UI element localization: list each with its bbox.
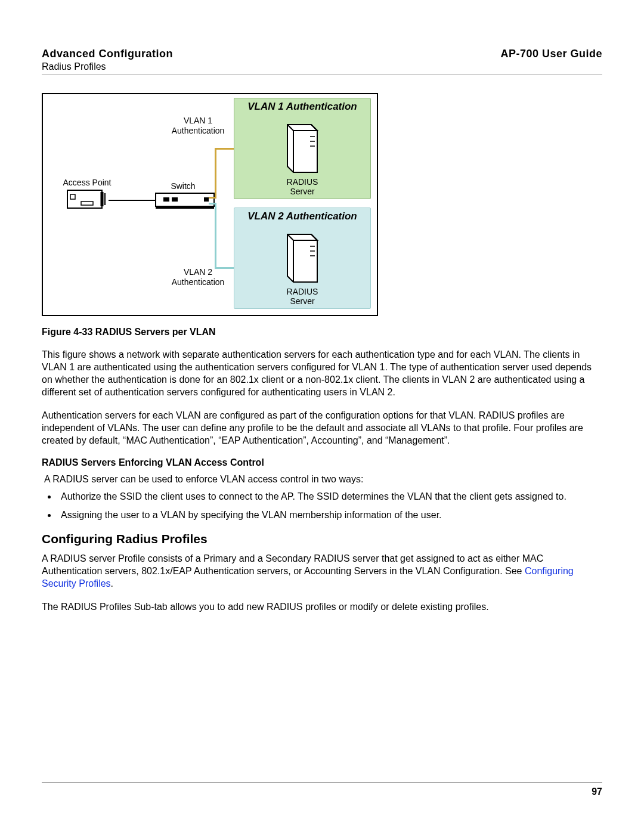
wire-vlan1 [215,148,216,199]
server-text: Server [290,296,314,306]
paragraph: A RADIUS server can be used to enforce V… [44,473,602,485]
wire-vlan2 [215,267,234,269]
paragraph: A RADIUS server Profile consists of a Pr… [42,552,602,590]
page-footer: 97 [42,782,602,797]
svg-rect-16 [156,206,214,209]
header-left: Advanced Configuration Radius Profiles [42,48,173,72]
wire-ap-switch [109,200,155,201]
list-item: Assigning the user to a VLAN by specifyi… [57,509,602,521]
wire-vlan2 [215,203,216,268]
paragraph: Authentication servers for each VLAN are… [42,409,602,447]
access-point-icon [67,190,109,211]
vlan2-line2: Authentication [172,277,225,287]
text: A RADIUS server Profile consists of a Pr… [42,553,543,576]
section-title: Radius Profiles [42,61,173,72]
chapter-title: Advanced Configuration [42,48,173,60]
access-point-label: Access Point [57,178,117,188]
vlan2-title: VLAN 2 Authentication [234,210,370,222]
bullet-list: Authorize the SSID the client uses to co… [57,490,602,521]
document-title: AP-700 User Guide [500,48,602,60]
heading-configuring: Configuring Radius Profiles [42,532,602,546]
vlan2-line1: VLAN 2 [184,267,212,277]
figure-diagram: VLAN 1 Authentication RADIUS Server VLAN… [42,93,378,316]
vlan1-line2: Authentication [172,126,225,135]
wire-vlan1 [215,148,234,150]
svg-marker-5 [287,234,317,282]
page-header: Advanced Configuration Radius Profiles A… [42,48,602,75]
vlan2-block: VLAN 2 Authentication RADIUS Server [234,208,371,309]
radius-text: RADIUS [287,287,318,296]
vlan1-link-label: VLAN 1 Authentication [162,116,234,136]
vlan1-line1: VLAN 1 [184,116,212,125]
radius-text: RADIUS [287,177,318,187]
text: . [111,578,113,589]
radius-server-icon [281,228,323,286]
radius-server-label: RADIUS Server [234,287,370,306]
paragraph: This figure shows a network with separat… [42,348,602,398]
paragraph: The RADIUS Profiles Sub-tab allows you t… [42,600,602,613]
switch-icon [155,193,215,209]
vlan1-title: VLAN 1 Authentication [234,101,370,113]
list-item: Authorize the SSID the client uses to co… [57,490,602,503]
vlan2-link-label: VLAN 2 Authentication [162,267,234,287]
svg-rect-19 [204,197,209,202]
page: Advanced Configuration Radius Profiles A… [0,0,644,833]
svg-rect-17 [163,197,169,202]
svg-marker-0 [287,125,317,172]
svg-rect-18 [172,197,178,202]
server-text: Server [290,187,314,196]
switch-label: Switch [162,181,204,191]
vlan1-block: VLAN 1 Authentication RADIUS Server [234,98,371,199]
subheading: RADIUS Servers Enforcing VLAN Access Con… [42,457,602,468]
radius-server-label: RADIUS Server [234,177,370,196]
page-number: 97 [592,786,602,797]
figure-caption: Figure 4-33 RADIUS Servers per VLAN [42,327,602,337]
radius-server-icon [281,119,323,176]
